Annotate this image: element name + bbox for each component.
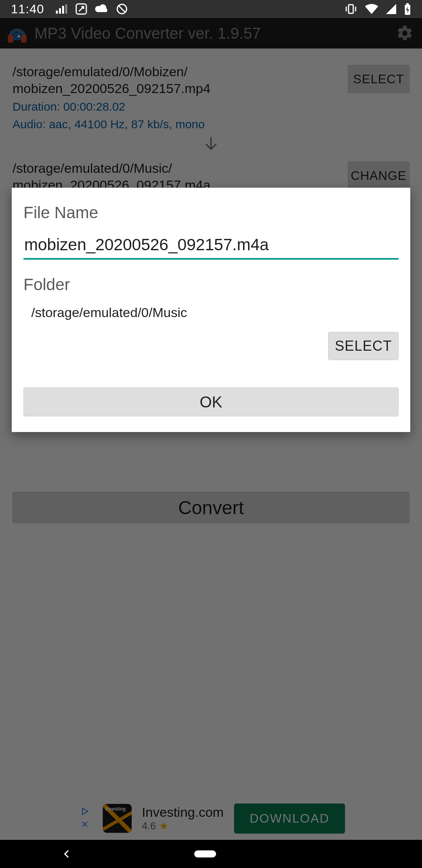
status-time: 11:40 — [11, 2, 44, 16]
nav-home-button[interactable] — [194, 850, 216, 857]
filename-label: File Name — [23, 203, 399, 222]
svg-rect-1 — [59, 8, 61, 14]
svg-rect-7 — [349, 5, 353, 13]
svg-rect-3 — [65, 4, 67, 14]
battery-charging-icon — [404, 3, 411, 15]
filename-input[interactable] — [23, 233, 399, 260]
nav-recents-button[interactable] — [338, 848, 361, 860]
nav-back-button[interactable] — [61, 848, 73, 860]
dnd-icon — [116, 3, 128, 15]
ok-button[interactable]: OK — [23, 387, 399, 416]
svg-rect-2 — [62, 6, 64, 14]
status-bar: 11:40 — [0, 0, 422, 18]
select-folder-button[interactable]: SELECT — [328, 332, 399, 360]
wifi-icon — [365, 4, 378, 14]
folder-path: /storage/emulated/0/Music — [31, 305, 399, 320]
folder-label: Folder — [23, 275, 399, 294]
cell-signal-icon — [386, 4, 396, 14]
signal-bars-icon — [56, 4, 68, 14]
cloud-icon — [95, 4, 108, 14]
svg-rect-0 — [56, 11, 58, 14]
app-square-icon — [75, 3, 87, 15]
navigation-bar — [0, 840, 422, 868]
vibrate-icon — [345, 4, 357, 14]
file-name-dialog: File Name Folder /storage/emulated/0/Mus… — [12, 188, 410, 432]
svg-rect-11 — [406, 3, 409, 5]
svg-line-6 — [119, 6, 125, 12]
